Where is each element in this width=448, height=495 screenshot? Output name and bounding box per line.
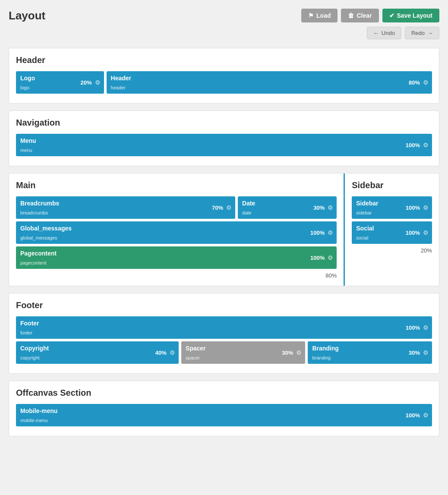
footer-tile-gear-icon[interactable]: ⚙ xyxy=(423,324,429,331)
undo-redo-bar: ← Undo Redo → xyxy=(9,27,439,39)
trash-icon: 🗑 xyxy=(348,12,354,19)
header-section: Header Logo logo 20% ⚙ Header header 80%… xyxy=(9,48,439,104)
navigation-row: Menu menu 100% ⚙ xyxy=(16,134,432,156)
sidebar-row-1: Sidebar sidebar 100% ⚙ xyxy=(352,196,432,219)
date-tile[interactable]: Date date 30% ⚙ xyxy=(238,196,337,219)
global-messages-tile-gear-icon[interactable]: ⚙ xyxy=(328,229,333,236)
offcanvas-row: Mobile-menu mobile-menu 100% ⚙ xyxy=(16,404,432,426)
navigation-section: Navigation Menu menu 100% ⚙ xyxy=(9,110,439,166)
social-tile-gear-icon[interactable]: ⚙ xyxy=(423,229,429,236)
branding-tile-gear-icon[interactable]: ⚙ xyxy=(423,349,429,356)
spacer-tile[interactable]: Spacer spacer 30% ⚙ xyxy=(181,341,306,364)
check-icon: ✔ xyxy=(389,12,394,19)
undo-icon: ← xyxy=(373,30,379,36)
offcanvas-section: Offcanvas Section Mobile-menu mobile-men… xyxy=(9,381,439,436)
sidebar-tile[interactable]: Sidebar sidebar 100% ⚙ xyxy=(352,196,432,219)
footer-row-2: Copyright copyright 40% ⚙ Spacer spacer … xyxy=(16,341,432,364)
header-section-title: Header xyxy=(16,55,432,65)
main-section-title: Main xyxy=(16,180,337,190)
main-row-1: Breadcrumbs breadcrumbs 70% ⚙ Date date … xyxy=(16,196,337,219)
social-tile[interactable]: Social social 100% ⚙ xyxy=(352,221,432,244)
pagecontent-tile-gear-icon[interactable]: ⚙ xyxy=(328,254,333,261)
redo-button[interactable]: Redo → xyxy=(405,27,439,39)
menu-tile-gear-icon[interactable]: ⚙ xyxy=(423,142,429,148)
sidebar-percent-label: 20% xyxy=(352,247,432,254)
clear-button[interactable]: 🗑 Clear xyxy=(341,9,379,22)
mobile-menu-tile-gear-icon[interactable]: ⚙ xyxy=(423,412,429,419)
copyright-tile-gear-icon[interactable]: ⚙ xyxy=(170,349,175,356)
copyright-tile[interactable]: Copyright copyright 40% ⚙ xyxy=(16,341,179,364)
logo-tile-gear-icon[interactable]: ⚙ xyxy=(95,79,101,86)
footer-tile[interactable]: Footer footer 100% ⚙ xyxy=(16,316,432,339)
breadcrumbs-tile-gear-icon[interactable]: ⚙ xyxy=(226,204,232,211)
offcanvas-section-title: Offcanvas Section xyxy=(16,388,432,398)
save-layout-button[interactable]: ✔ Save Layout xyxy=(382,9,439,22)
main-area: Main Breadcrumbs breadcrumbs 70% ⚙ Date … xyxy=(9,173,345,286)
header-tile-gear-icon[interactable]: ⚙ xyxy=(423,79,429,86)
spacer-tile-gear-icon[interactable]: ⚙ xyxy=(296,349,302,356)
page-title: Layout xyxy=(9,9,45,22)
breadcrumbs-tile[interactable]: Breadcrumbs breadcrumbs 70% ⚙ xyxy=(16,196,235,219)
header-tile[interactable]: Header header 80% ⚙ xyxy=(107,71,432,94)
menu-tile[interactable]: Menu menu 100% ⚙ xyxy=(16,134,432,156)
undo-button[interactable]: ← Undo xyxy=(367,27,401,39)
sidebar-row-2: Social social 100% ⚙ xyxy=(352,221,432,244)
load-button[interactable]: ⚑ Load xyxy=(301,9,338,22)
top-bar: Layout ⚑ Load 🗑 Clear ✔ Save Layout xyxy=(9,9,439,22)
main-percent-label: 80% xyxy=(16,272,337,279)
redo-icon: → xyxy=(427,30,433,36)
navigation-section-title: Navigation xyxy=(16,118,432,128)
footer-row-1: Footer footer 100% ⚙ xyxy=(16,316,432,339)
main-sidebar-section: Main Breadcrumbs breadcrumbs 70% ⚙ Date … xyxy=(9,173,439,286)
mobile-menu-tile[interactable]: Mobile-menu mobile-menu 100% ⚙ xyxy=(16,404,432,426)
sidebar-section-title: Sidebar xyxy=(352,180,432,190)
sidebar-tile-gear-icon[interactable]: ⚙ xyxy=(423,204,429,211)
date-tile-gear-icon[interactable]: ⚙ xyxy=(328,204,333,211)
main-row-3: Pagecontent pagecontent 100% ⚙ xyxy=(16,246,337,269)
global-messages-tile[interactable]: Global_messages global_messages 100% ⚙ xyxy=(16,221,337,244)
sidebar-area: Sidebar Sidebar sidebar 100% ⚙ Social so… xyxy=(345,173,439,286)
toolbar-buttons: ⚑ Load 🗑 Clear ✔ Save Layout xyxy=(301,9,439,22)
footer-section-title: Footer xyxy=(16,300,432,310)
main-row-2: Global_messages global_messages 100% ⚙ xyxy=(16,221,337,244)
branding-tile[interactable]: Branding branding 30% ⚙ xyxy=(308,341,432,364)
footer-section: Footer Footer footer 100% ⚙ Copyright co… xyxy=(9,293,439,374)
header-row: Logo logo 20% ⚙ Header header 80% ⚙ xyxy=(16,71,432,94)
logo-tile[interactable]: Logo logo 20% ⚙ xyxy=(16,71,104,94)
load-icon: ⚑ xyxy=(308,12,314,19)
pagecontent-tile[interactable]: Pagecontent pagecontent 100% ⚙ xyxy=(16,246,337,269)
